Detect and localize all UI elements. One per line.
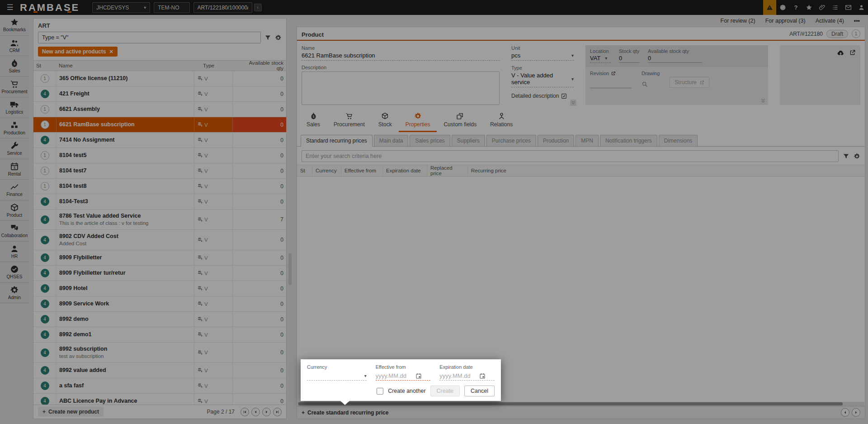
create-recurring-price-dialog: Currency ▾ Effective from Expiration dat…	[301, 359, 501, 401]
calendar-icon[interactable]	[415, 373, 422, 379]
create-button[interactable]: Create	[430, 386, 460, 396]
calendar-icon[interactable]	[479, 373, 486, 379]
create-another-checkbox[interactable]	[377, 388, 383, 395]
cancel-button[interactable]: Cancel	[464, 386, 495, 396]
effective-from-input[interactable]	[376, 372, 414, 379]
effective-from-label: Effective from	[376, 364, 431, 370]
expiration-date-label: Expiration date	[439, 364, 495, 370]
currency-label: Currency	[307, 364, 367, 370]
expiration-date-input[interactable]	[439, 372, 477, 379]
currency-select[interactable]: ▾	[307, 372, 367, 381]
create-another-label: Create another	[388, 388, 425, 394]
